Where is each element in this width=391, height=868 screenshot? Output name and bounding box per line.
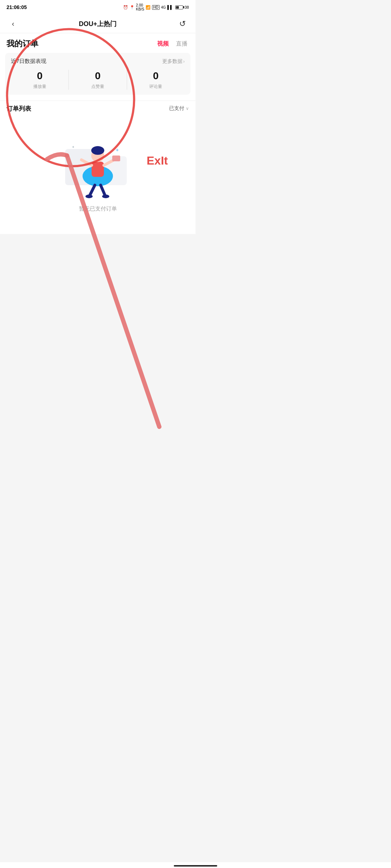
- status-bar: 21:06:05 ⏰ 📍 2.00KB/S 📶 HD 4G ▌▌ 38: [0, 0, 196, 14]
- signal-4g-icon: 4G: [161, 5, 166, 9]
- plays-label: 播放量: [11, 84, 68, 90]
- order-list-header: 订单列表 已支付 ∨: [0, 101, 196, 116]
- battery-icon: [175, 5, 183, 9]
- svg-text:✦: ✦: [72, 145, 75, 149]
- stats-card: 近7日数据表现 更多数据 › 0 播放量 0 点赞量 0 评论量: [5, 53, 190, 95]
- wifi-icon: 📶: [146, 5, 151, 10]
- svg-rect-3: [92, 162, 104, 177]
- back-icon: ‹: [12, 20, 14, 28]
- stats-row: 0 播放量 0 点赞量 0 评论量: [11, 70, 185, 90]
- header-row: 我的订单 视频 直播: [0, 33, 196, 53]
- my-orders-title: 我的订单: [7, 38, 38, 49]
- refresh-icon: ↺: [179, 19, 186, 29]
- location-icon: 📍: [130, 5, 135, 10]
- svg-line-9: [90, 185, 95, 195]
- svg-line-10: [101, 185, 105, 195]
- hd-icon: HD: [152, 5, 159, 10]
- signal-bars-icon: ▌▌: [167, 5, 173, 9]
- back-button[interactable]: ‹: [7, 17, 20, 30]
- tab-group: 视频 直播: [156, 39, 189, 48]
- stats-card-header: 近7日数据表现 更多数据 ›: [11, 58, 185, 65]
- tab-live[interactable]: 直播: [175, 39, 189, 48]
- stat-plays: 0 播放量: [11, 70, 68, 90]
- status-icons: ⏰ 📍 2.00KB/S 📶 HD 4G ▌▌ 38: [123, 3, 189, 11]
- order-list-title: 订单列表: [7, 105, 31, 113]
- stats-card-title: 近7日数据表现: [11, 58, 46, 65]
- comments-label: 评论量: [127, 84, 185, 90]
- svg-rect-8: [112, 156, 120, 161]
- svg-text:✦: ✦: [115, 147, 119, 153]
- more-data-button[interactable]: 更多数据 ›: [162, 58, 185, 65]
- battery-level: 38: [185, 5, 189, 9]
- stat-comments: 0 评论量: [127, 70, 185, 90]
- empty-illustration: ✦ ✦: [62, 127, 134, 200]
- stat-likes: 0 点赞量: [69, 70, 126, 90]
- chevron-right-icon: ›: [183, 59, 185, 64]
- tab-video[interactable]: 视频: [156, 39, 170, 48]
- nav-bar: ‹ DOU+上热门 ↺: [0, 14, 196, 33]
- empty-text: 暂无已支付订单: [79, 205, 117, 212]
- page-content: 我的订单 视频 直播 近7日数据表现 更多数据 › 0 播放量 0 点赞量: [0, 33, 196, 234]
- svg-point-11: [85, 195, 93, 198]
- speed-label: 2.00KB/S: [136, 3, 144, 11]
- alarm-icon: ⏰: [123, 5, 128, 10]
- svg-point-5: [91, 146, 104, 155]
- empty-state: ✦ ✦ 暂无已支付订单: [0, 116, 196, 227]
- filter-label: 已支付: [169, 105, 184, 112]
- page-title: DOU+上热门: [79, 20, 117, 28]
- comments-value: 0: [127, 70, 185, 82]
- svg-point-12: [102, 195, 109, 198]
- plays-value: 0: [11, 70, 68, 82]
- refresh-button[interactable]: ↺: [176, 17, 189, 30]
- status-time: 21:06:05: [7, 4, 27, 10]
- more-data-label: 更多数据: [162, 58, 182, 65]
- likes-label: 点赞量: [69, 84, 126, 90]
- likes-value: 0: [69, 70, 126, 82]
- chevron-down-icon: ∨: [186, 106, 189, 111]
- order-filter-button[interactable]: 已支付 ∨: [169, 105, 189, 112]
